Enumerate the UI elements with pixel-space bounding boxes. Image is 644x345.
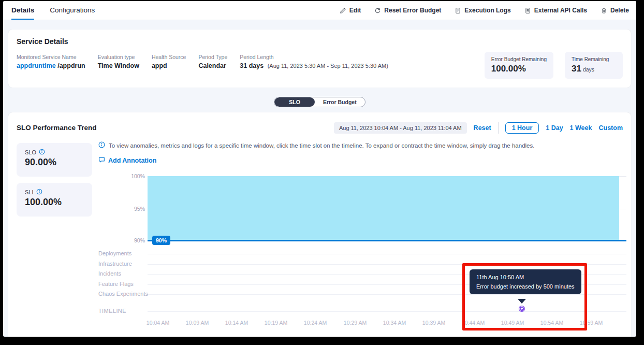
info-icon[interactable] — [36, 189, 42, 196]
y-tick-90: 90% — [120, 237, 145, 243]
y-tick-95: 95% — [120, 206, 145, 212]
field-label: Evaluation type — [98, 54, 139, 60]
summary-cards: Error Budget Remaining 100.00% Time Rema… — [485, 52, 623, 79]
field-period-type: Period Type Calendar — [198, 54, 227, 69]
tooltip-body: Error budget increased by 500 minutes — [476, 283, 575, 290]
annotation-marker-icon[interactable] — [518, 305, 525, 312]
tooltip-arrow — [518, 299, 526, 304]
field-value: appd — [152, 62, 186, 69]
execution-logs-label: Execution Logs — [464, 7, 510, 14]
view-toggle: SLO Error Budget — [274, 97, 365, 107]
error-budget-remaining-card: Error Budget Remaining 100.00% — [485, 52, 553, 79]
slo-performance-trend-card: SLO Performance Trend Aug 11, 2023 10:04… — [8, 112, 631, 337]
trend-title: SLO Performance Trend — [17, 124, 97, 132]
execution-logs-button[interactable]: Execution Logs — [455, 7, 510, 14]
field-label: Health Source — [152, 54, 186, 60]
slo-card-value: 90.00% — [25, 157, 84, 168]
x-tick: 10:39 AM — [422, 320, 445, 326]
document-icon — [455, 7, 461, 14]
period-length-note: (Aug 11, 2023 5:30 AM - Sep 11, 2023 5:3… — [268, 63, 388, 69]
field-label: Period Type — [198, 54, 227, 60]
time-remaining-card: Time Remaining 31days — [565, 52, 623, 79]
delete-button[interactable]: Delete — [601, 7, 629, 14]
controls-divider — [498, 122, 499, 134]
error-budget-remaining-value: 100.00% — [491, 64, 547, 74]
add-annotation-button[interactable]: Add Annotation — [98, 156, 156, 165]
x-tick: 10:29 AM — [344, 320, 367, 326]
sli-area-series[interactable] — [148, 176, 619, 241]
field-health-source: Health Source appd — [152, 54, 186, 69]
speech-bubble-icon — [98, 156, 105, 165]
field-value: Time Window — [98, 62, 139, 69]
period-length-value: 31 days — [240, 62, 264, 69]
edit-button[interactable]: Edit — [340, 7, 361, 14]
tab-bar: Details Configurations — [11, 1, 95, 20]
field-monitored-service: Monitored Service Name appdruntime /appd… — [17, 54, 85, 69]
lane-deployments: Deployments — [98, 250, 131, 256]
reset-error-budget-button[interactable]: Reset Error Budget — [374, 7, 441, 14]
timeline-info-text: To view anomalies, metrics and logs for … — [109, 142, 534, 149]
top-header: Details Configurations Edit Reset Error … — [3, 1, 636, 20]
x-tick: 10:14 AM — [225, 320, 248, 326]
app-window: Details Configurations Edit Reset Error … — [3, 1, 636, 337]
range-custom-button[interactable]: Custom — [598, 124, 623, 132]
service-details-card: Service Details Monitored Service Name a… — [8, 30, 631, 88]
trash-icon — [601, 7, 607, 14]
service-details-title: Service Details — [17, 37, 623, 46]
slo-threshold-badge: 90% — [152, 236, 170, 245]
edit-label: Edit — [349, 7, 361, 14]
range-1-hour-button[interactable]: 1 Hour — [505, 122, 539, 134]
lane-chaos-experiments: Chaos Experiments — [98, 291, 148, 297]
timeline-label: TIMELINE — [98, 308, 126, 314]
tab-details[interactable]: Details — [11, 1, 34, 20]
reset-icon — [374, 7, 381, 14]
sli-card-value: 100.00% — [25, 197, 84, 208]
range-1-week-button[interactable]: 1 Week — [570, 124, 592, 132]
time-remaining-unit: days — [583, 66, 594, 73]
page-body: Service Details Monitored Service Name a… — [3, 20, 636, 337]
slo-threshold-line — [148, 240, 626, 241]
field-label: Period Length — [240, 54, 388, 60]
external-api-calls-label: External API Calls — [534, 7, 587, 14]
range-1-day-button[interactable]: 1 Day — [546, 124, 563, 132]
timeline-info: To view anomalies, metrics and logs for … — [98, 141, 534, 149]
lane-incidents: Incidents — [98, 270, 121, 277]
delete-label: Delete — [610, 7, 629, 14]
field-value: Calendar — [198, 62, 227, 69]
toggle-error-budget[interactable]: Error Budget — [315, 97, 365, 107]
sli-card-label: SLI — [25, 189, 34, 195]
y-tick-100: 100% — [120, 173, 145, 179]
service-details-fields: Monitored Service Name appdruntime /appd… — [17, 54, 623, 79]
tooltip-title: 11th Aug 10:50 AM — [476, 274, 575, 280]
x-tick: 10:24 AM — [304, 320, 327, 326]
header-actions: Edit Reset Error Budget Execution Logs E… — [340, 1, 629, 20]
slo-card-label: SLO — [25, 149, 36, 155]
api-document-icon — [524, 7, 531, 14]
lane-feature-flags: Feature Flags — [98, 281, 134, 287]
x-tick: 10:19 AM — [265, 320, 287, 326]
pencil-icon — [340, 7, 346, 14]
lane-infrastructure: Infrastructure — [98, 261, 132, 267]
sli-card: SLI 100.00% — [17, 183, 92, 217]
slo-card: SLO 90.00% — [17, 143, 92, 177]
field-evaluation-type: Evaluation type Time Window — [98, 54, 139, 69]
date-range-chip[interactable]: Aug 11, 2023 10:04 AM - Aug 11, 2023 11:… — [334, 122, 467, 134]
lane-line — [148, 254, 626, 254]
monitored-service-link[interactable]: appdruntime — [17, 62, 56, 69]
field-period-length: Period Length 31 days (Aug 11, 2023 5:30… — [240, 54, 388, 69]
info-icon[interactable] — [39, 149, 45, 156]
monitored-service-rest: /appdrun — [57, 62, 85, 69]
field-label: Monitored Service Name — [17, 54, 85, 60]
annotation-tooltip: 11th Aug 10:50 AM Error budget increased… — [470, 269, 581, 294]
reset-link[interactable]: Reset — [474, 124, 491, 132]
time-range-controls: Aug 11, 2023 10:04 AM - Aug 11, 2023 11:… — [334, 122, 623, 134]
add-annotation-label: Add Annotation — [108, 157, 156, 164]
x-tick: 10:04 AM — [147, 320, 169, 326]
tab-configurations[interactable]: Configurations — [50, 1, 95, 20]
toggle-slo[interactable]: SLO — [274, 97, 315, 107]
x-tick: 10:34 AM — [383, 320, 406, 326]
external-api-calls-button[interactable]: External API Calls — [524, 7, 587, 14]
time-remaining-label: Time Remaining — [572, 56, 616, 62]
time-remaining-value: 31 — [572, 64, 581, 74]
info-icon — [98, 141, 105, 149]
